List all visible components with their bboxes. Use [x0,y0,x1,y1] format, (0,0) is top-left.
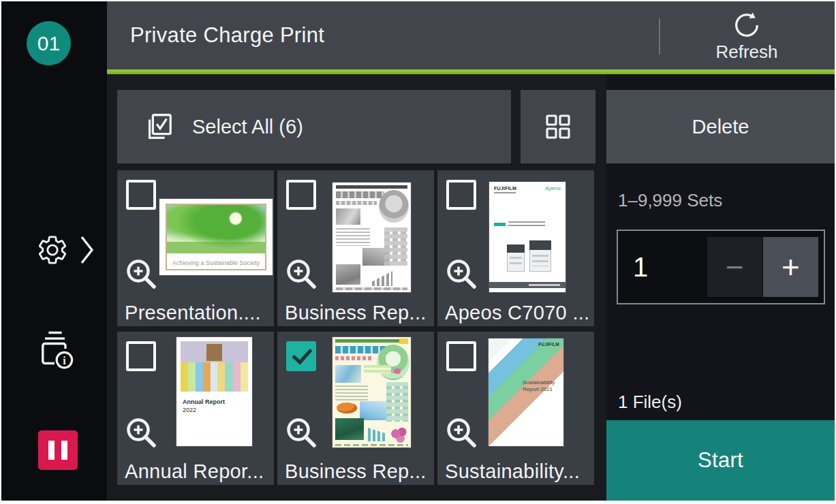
file-list-area: Select All (6) Achieving a Sustainable S… [107,74,606,501]
file-checkbox[interactable] [286,180,316,210]
pause-button[interactable] [38,430,78,470]
file-checkbox[interactable] [446,180,476,210]
file-label: Apeos C7070 ... [445,302,589,324]
file-label: Annual Repor... [125,460,264,483]
zoom-in-icon[interactable] [283,414,321,452]
select-all-checkbox-icon [143,111,174,142]
quantity-stepper: 1 − + [617,230,825,304]
settings-button[interactable] [36,234,95,266]
thumbnail-caption: Achieving a Sustainable Society [167,259,265,266]
printer-status-button[interactable]: i [35,328,75,369]
file-tile[interactable]: Business Rep... [277,170,434,326]
quantity-value[interactable]: 1 [633,231,648,303]
refresh-button[interactable]: Refresh [659,1,835,69]
zoom-in-icon[interactable] [123,255,161,294]
file-label: Presentation.... [125,302,261,324]
select-all-button[interactable]: Select All (6) [117,90,511,163]
header-accent-bar [107,69,835,74]
file-tile[interactable]: Business Rep... [277,332,434,485]
file-label: Business Rep... [285,460,427,483]
zoom-in-icon[interactable] [123,414,161,452]
page-title: Private Charge Print [130,1,324,69]
file-tile[interactable]: Achieving a Sustainable Society Presenta… [117,170,274,326]
file-tile[interactable]: FUJIFILM Apeos Apeos C7070 ... [437,170,594,326]
file-checkbox[interactable] [126,180,156,210]
decrement-button[interactable]: − [707,237,762,297]
file-checkbox[interactable] [126,341,156,371]
thumbnail-year: 2022 [183,407,196,413]
select-all-label: Select All (6) [192,116,303,138]
thumbnail-logo: Apeos [545,185,561,191]
refresh-label: Refresh [715,42,777,63]
pause-icon [48,441,55,460]
thumbnail-title: Sustainability Report 2021 [523,379,559,394]
grid-view-button[interactable] [521,90,595,163]
file-tile[interactable]: Annual Report 2022 Annual Repor... [117,332,274,485]
increment-button[interactable]: + [763,237,818,297]
sets-range-label: 1–9,999 Sets [618,190,722,211]
file-thumbnail: FUJIFILM Sustainability Report 2021 [489,338,563,446]
file-label: Sustainability... [445,460,580,483]
start-button[interactable]: Start [606,420,835,501]
gear-icon [36,234,69,266]
chevron-right-icon [79,234,95,266]
file-thumbnail: Achieving a Sustainable Society [159,199,273,275]
file-thumbnail: Annual Report 2022 [176,337,252,446]
job-number-badge: 01 [27,21,71,65]
plus-icon: + [781,249,800,285]
svg-text:i: i [63,355,66,366]
device-screen: 01 i [0,0,836,504]
header: Private Charge Print Refresh [107,1,835,74]
screen-background: 01 i [1,1,835,501]
thumbnail-brand: FUJIFILM [538,342,559,347]
minus-icon: − [726,249,744,285]
delete-button[interactable]: Delete [606,90,835,163]
zoom-in-icon[interactable] [283,255,321,294]
file-label: Business Rep... [285,302,427,324]
file-thumbnail: FUJIFILM Apeos [489,182,566,292]
pause-icon [61,441,67,460]
zoom-in-icon[interactable] [443,255,481,294]
zoom-in-icon[interactable] [443,414,481,452]
file-thumbnail [332,337,411,447]
file-tile[interactable]: FUJIFILM Sustainability Report 2021 Sust… [437,332,594,485]
thumbnail-title: Annual Report [183,398,225,405]
file-checkbox[interactable] [446,341,476,371]
refresh-icon [731,9,762,40]
thumbnail-brand: FUJIFILM [494,186,516,191]
file-thumbnail [332,183,411,292]
printer-info-icon: i [35,328,75,369]
action-panel: Delete 1–9,999 Sets 1 − + 1 File(s) Star… [606,74,835,501]
grid-view-icon [543,112,573,142]
file-checkbox[interactable] [286,341,316,371]
sidebar: 01 i [1,1,107,501]
file-count-label: 1 File(s) [618,392,682,413]
